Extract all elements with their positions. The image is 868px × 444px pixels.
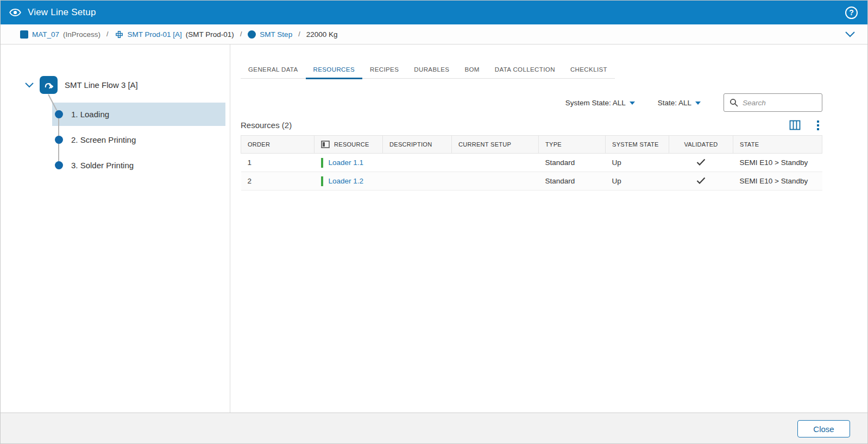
eye-icon <box>9 8 21 17</box>
cell-order: 1 <box>241 154 315 172</box>
cell-current-setup <box>452 154 539 172</box>
system-state-filter[interactable]: System State: ALL <box>565 99 635 107</box>
tree-step-solder-printing[interactable]: 3. Solder Printing <box>52 154 225 177</box>
cell-state: SEMI E10 > Standby <box>733 154 822 172</box>
breadcrumb-separator: / <box>240 30 242 38</box>
collapse-chevron-icon[interactable] <box>845 31 856 37</box>
breadcrumb-separator: / <box>106 30 108 38</box>
workflow-icon <box>115 30 124 39</box>
column-header-system-state[interactable]: SYSTEM STATE <box>606 136 669 154</box>
resource-link[interactable]: Loader 1.2 <box>329 177 364 185</box>
breadcrumb-step-link[interactable]: SMT Step <box>260 30 292 39</box>
table-row[interactable]: 1 Loader 1.1 Standard Up SEMI E10 > <box>241 154 822 172</box>
column-settings-icon[interactable] <box>789 120 801 130</box>
cell-type: Standard <box>539 154 606 172</box>
state-filter[interactable]: State: ALL <box>658 99 701 107</box>
tree-step-label: 1. Loading <box>71 110 109 119</box>
resource-link[interactable]: Loader 1.1 <box>329 158 364 167</box>
cell-type: Standard <box>539 172 606 191</box>
tab-checklist[interactable]: CHECKLIST <box>563 61 615 79</box>
cell-description <box>383 154 452 172</box>
breadcrumb-step: SMT Step <box>248 30 292 39</box>
resource-status-bar <box>321 176 323 186</box>
resource-icon <box>321 141 330 148</box>
table-row[interactable]: 2 Loader 1.2 Standard Up SEMI E10 > <box>241 172 822 191</box>
tab-bar: GENERAL DATA RESOURCES RECIPES DURABLES … <box>241 61 615 79</box>
search-input[interactable] <box>743 99 816 107</box>
search-box <box>724 93 822 112</box>
system-state-filter-label: System State: ALL <box>565 99 626 107</box>
step-detail-panel: GENERAL DATA RESOURCES RECIPES DURABLES … <box>230 45 868 413</box>
resource-status-bar <box>321 158 323 168</box>
tree-root-flow[interactable]: SMT Line Flow 3 [A] <box>24 76 138 94</box>
cell-resource: Loader 1.1 <box>315 154 383 172</box>
tab-bom[interactable]: BOM <box>457 61 487 79</box>
breadcrumb-material-state: (InProcess) <box>63 30 100 39</box>
dialog-header: View Line Setup ? <box>1 1 867 24</box>
material-square-icon <box>20 30 28 39</box>
breadcrumb: MAT_07 (InProcess) / SMT Prod-01 [A] (SM… <box>1 24 867 45</box>
help-icon[interactable]: ? <box>845 7 858 19</box>
column-header-validated[interactable]: VALIDATED <box>669 136 733 154</box>
breadcrumb-product-link[interactable]: SMT Prod-01 [A] <box>128 30 182 39</box>
cell-validated <box>669 172 733 191</box>
check-icon <box>696 177 706 184</box>
resources-table: ORDER RESOURCE DESCRIPTION CURRENT SETUP… <box>241 135 822 191</box>
flow-badge-icon <box>40 76 58 94</box>
cell-state: SEMI E10 > Standby <box>733 172 822 191</box>
breadcrumb-material-link[interactable]: MAT_07 <box>32 30 59 39</box>
cell-description <box>383 172 452 191</box>
resources-title: Resources (2) <box>241 120 292 130</box>
column-header-current-setup[interactable]: CURRENT SETUP <box>452 136 539 154</box>
column-header-type[interactable]: TYPE <box>539 136 606 154</box>
dialog-footer: Close <box>1 413 867 444</box>
tree-root-label: SMT Line Flow 3 [A] <box>65 80 138 90</box>
more-options-icon[interactable] <box>817 120 819 130</box>
state-filter-label: State: ALL <box>658 99 691 107</box>
breadcrumb-material: MAT_07 (InProcess) <box>20 30 100 39</box>
step-node-icon <box>55 161 63 169</box>
column-header-state[interactable]: STATE <box>733 136 822 154</box>
tree-children: 1. Loading 2. Screen Printing 3. Solder … <box>1 103 230 179</box>
tab-resources[interactable]: RESOURCES <box>306 61 362 79</box>
tree-step-screen-printing[interactable]: 2. Screen Printing <box>52 128 225 151</box>
check-icon <box>696 158 706 166</box>
filter-row: System State: ALL State: ALL <box>241 93 822 112</box>
cell-system-state: Up <box>606 172 669 191</box>
cell-system-state: Up <box>606 154 669 172</box>
caret-down-icon <box>695 102 701 105</box>
tab-data-collection[interactable]: DATA COLLECTION <box>487 61 563 79</box>
step-node-icon <box>55 136 63 144</box>
resources-section-head: Resources (2) <box>241 120 822 130</box>
table-header-row: ORDER RESOURCE DESCRIPTION CURRENT SETUP… <box>241 136 822 154</box>
tree-connector-lines <box>1 45 230 413</box>
flow-tree-panel: SMT Line Flow 3 [A] 1. Loading 2. Screen… <box>1 45 230 413</box>
search-icon <box>729 98 738 107</box>
breadcrumb-product-name: (SMT Prod-01) <box>186 30 234 39</box>
column-header-resource[interactable]: RESOURCE <box>315 136 383 154</box>
tab-recipes[interactable]: RECIPES <box>362 61 406 79</box>
tab-durables[interactable]: DURABLES <box>406 61 457 79</box>
step-circle-icon <box>248 30 256 39</box>
cell-resource: Loader 1.2 <box>315 172 383 191</box>
breadcrumb-product: SMT Prod-01 [A] (SMT Prod-01) <box>115 30 234 39</box>
tree-step-label: 3. Solder Printing <box>71 161 134 170</box>
page-title: View Line Setup <box>28 7 96 18</box>
breadcrumb-separator: / <box>298 30 300 38</box>
tree-step-label: 2. Screen Printing <box>71 135 136 144</box>
cell-order: 2 <box>241 172 315 191</box>
chevron-down-icon[interactable] <box>24 82 34 88</box>
tab-general-data[interactable]: GENERAL DATA <box>241 61 306 79</box>
breadcrumb-quantity: 22000 Kg <box>306 30 338 39</box>
step-node-icon <box>55 110 63 118</box>
cell-current-setup <box>452 172 539 191</box>
caret-down-icon <box>630 102 635 105</box>
column-header-order[interactable]: ORDER <box>241 136 315 154</box>
column-header-description[interactable]: DESCRIPTION <box>383 136 452 154</box>
cell-validated <box>669 154 733 172</box>
close-button[interactable]: Close <box>797 420 850 437</box>
tree-step-loading[interactable]: 1. Loading <box>52 103 225 126</box>
